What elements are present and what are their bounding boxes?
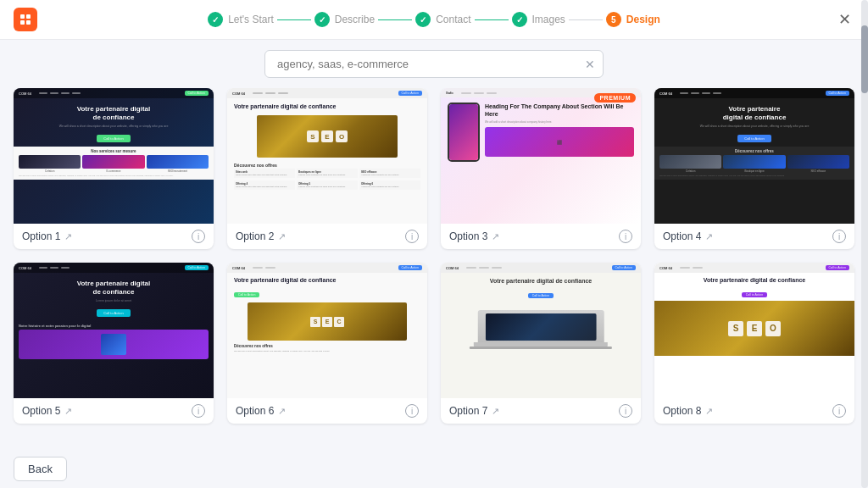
step-images: ✓ Images (512, 12, 565, 27)
card-preview-6: COM 64 Call to Action Votre partenaire d… (227, 263, 427, 398)
step-circle-4: ✓ (512, 12, 527, 27)
svg-rect-1 (26, 14, 31, 19)
template-card-6[interactable]: COM 64 Call to Action Votre partenaire d… (227, 263, 427, 424)
preview-inner-2: COM 64 Call to Action Votre partenaire d… (227, 88, 427, 224)
search-input[interactable]: agency, saas, e-commerce (264, 50, 604, 78)
step-circle-5: 5 (606, 12, 621, 27)
step-describe: ✓ Describe (314, 12, 375, 27)
svg-rect-0 (20, 14, 25, 19)
preview-inner-3: Safo (441, 88, 641, 224)
scrollbar-thumb[interactable] (861, 25, 868, 93)
preview-inner-1: COM 64 Call to Action Votre partena (14, 88, 214, 224)
step-label-1: Let's Start (228, 14, 274, 25)
svg-rect-2 (20, 20, 25, 25)
search-clear-button[interactable]: ✕ (585, 58, 595, 71)
svg-rect-3 (26, 20, 31, 25)
step-contact: ✓ Contact (415, 12, 470, 27)
step-label-5: Design (626, 14, 660, 25)
card-preview-8: COM 64 Call to Action Votre partenaire d… (654, 263, 854, 398)
header: ✓ Let's Start ✓ Describe ✓ Contact ✓ Ima… (0, 0, 868, 40)
search-container: agency, saas, e-commerce ✕ (0, 40, 868, 88)
card-label-6: Option 6 ↗ (236, 405, 286, 417)
info-icon-4[interactable]: i (832, 230, 846, 243)
external-link-icon-5: ↗ (64, 406, 72, 417)
external-link-icon-4: ↗ (705, 231, 713, 242)
card-footer-5: Option 5 ↗ i (14, 398, 214, 424)
preview-inner-7: COM 64 Call to Action Votre partenaire d… (441, 263, 641, 398)
card-footer-7: Option 7 ↗ i (441, 398, 641, 424)
template-grid: COM 64 Call to Action Votre partena (14, 88, 854, 424)
card-footer-1: Option 1 ↗ i (14, 224, 214, 249)
template-card-3[interactable]: Safo (441, 88, 641, 249)
card-preview-3: Safo (441, 88, 641, 224)
scrollbar[interactable] (861, 0, 868, 488)
card-footer-3: Option 3 ↗ i (441, 224, 641, 249)
step-lets-start: ✓ Let's Start (208, 12, 274, 27)
template-card-4[interactable]: COM 64 Call to Action Votre partena (654, 88, 854, 249)
external-link-icon-2: ↗ (278, 231, 286, 242)
template-card-5[interactable]: COM 64 Call to Action Votre partenaire d… (14, 263, 214, 424)
card-preview-5: COM 64 Call to Action Votre partenaire d… (14, 263, 214, 398)
preview-inner-6: COM 64 Call to Action Votre partenaire d… (227, 263, 427, 398)
connector-4 (569, 19, 603, 20)
external-link-icon-6: ↗ (278, 406, 286, 417)
step-label-4: Images (532, 14, 565, 25)
card-label-5: Option 5 ↗ (22, 405, 72, 417)
template-card-7[interactable]: COM 64 Call to Action Votre partenaire d… (441, 263, 641, 424)
info-icon-6[interactable]: i (405, 404, 419, 418)
card-label-1: Option 1 ↗ (22, 230, 72, 242)
template-grid-container: COM 64 Call to Action Votre partena (0, 88, 868, 450)
card-preview-2: COM 64 Call to Action Votre partenaire d… (227, 88, 427, 224)
connector-1 (277, 19, 311, 20)
connector-2 (378, 19, 412, 20)
step-design: 5 Design (606, 12, 660, 27)
info-icon-2[interactable]: i (405, 230, 419, 243)
card-label-2: Option 2 ↗ (236, 230, 286, 242)
card-preview-4: COM 64 Call to Action Votre partena (654, 88, 854, 224)
card-label-8: Option 8 ↗ (663, 405, 713, 417)
close-button[interactable]: ✕ (834, 9, 854, 30)
step-label-2: Describe (335, 14, 375, 25)
external-link-icon-1: ↗ (64, 231, 72, 242)
external-link-icon-3: ↗ (492, 231, 499, 242)
external-link-icon-8: ↗ (705, 406, 713, 417)
info-icon-5[interactable]: i (192, 404, 205, 418)
step-circle-3: ✓ (415, 12, 431, 27)
premium-badge-3: PREMIUM (594, 93, 636, 103)
info-icon-7[interactable]: i (619, 404, 632, 418)
back-button[interactable]: Back (14, 457, 67, 481)
card-label-7: Option 7 ↗ (449, 405, 499, 417)
logo (14, 8, 37, 31)
card-label-3: Option 3 ↗ (449, 230, 499, 242)
connector-3 (475, 19, 509, 20)
preview-inner-5: COM 64 Call to Action Votre partenaire d… (14, 263, 214, 398)
card-footer-4: Option 4 ↗ i (654, 224, 854, 249)
info-icon-1[interactable]: i (192, 230, 205, 243)
stepper: ✓ Let's Start ✓ Describe ✓ Contact ✓ Ima… (208, 12, 660, 27)
card-preview-1: COM 64 Call to Action Votre partena (14, 88, 214, 224)
template-card-1[interactable]: COM 64 Call to Action Votre partena (14, 88, 214, 249)
preview-inner-4: COM 64 Call to Action Votre partena (654, 88, 854, 224)
card-label-4: Option 4 ↗ (663, 230, 713, 242)
step-label-3: Contact (436, 14, 470, 25)
template-card-8[interactable]: COM 64 Call to Action Votre partenaire d… (654, 263, 854, 424)
external-link-icon-7: ↗ (492, 406, 499, 417)
info-icon-3[interactable]: i (619, 230, 632, 243)
search-box: agency, saas, e-commerce ✕ (264, 50, 604, 78)
card-footer-8: Option 8 ↗ i (654, 398, 854, 424)
preview-inner-8: COM 64 Call to Action Votre partenaire d… (654, 263, 854, 398)
bottom-bar: Back (0, 450, 868, 488)
card-footer-2: Option 2 ↗ i (227, 224, 427, 249)
info-icon-8[interactable]: i (832, 404, 846, 418)
step-circle-2: ✓ (314, 12, 330, 27)
step-circle-1: ✓ (208, 12, 223, 27)
template-card-2[interactable]: COM 64 Call to Action Votre partenaire d… (227, 88, 427, 249)
card-preview-7: COM 64 Call to Action Votre partenaire d… (441, 263, 641, 398)
card-footer-6: Option 6 ↗ i (227, 398, 427, 424)
modal-container: ✓ Let's Start ✓ Describe ✓ Contact ✓ Ima… (0, 0, 868, 488)
